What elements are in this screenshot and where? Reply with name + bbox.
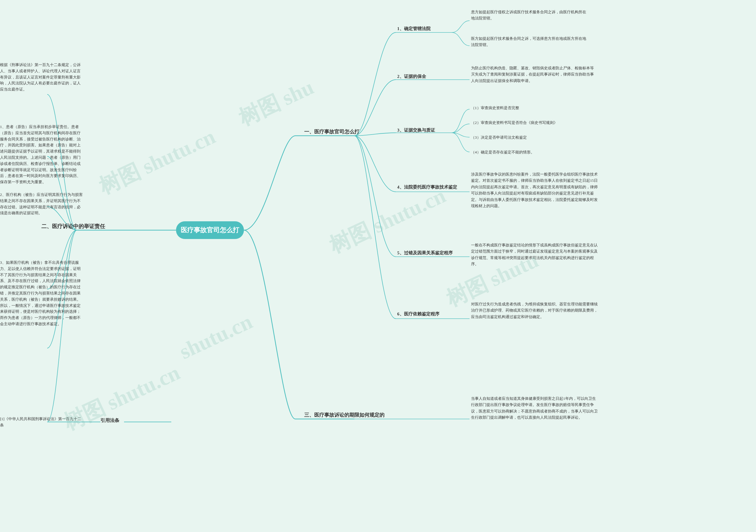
r1-2-label: 2、证据的保全 (397, 74, 426, 79)
r1-3-sub1: （1）审查病史资料是否完整 (471, 105, 583, 111)
mindmap-container: 医疗事故官司怎么打 二、医疗诉讼中的举证责任 根据《刑事诉讼法》第一百九十二条规… (0, 0, 756, 532)
center-label: 医疗事故官司怎么打 (181, 226, 239, 235)
right-branch-3-label: 三、医疗事故诉讼的期限如何规定的 (304, 412, 385, 418)
r1-4-label: 4、法院委托医疗事故技术鉴定 (397, 185, 457, 190)
left-reference-label: 引用法条 (100, 418, 119, 424)
left-item-3: 3、如果医疗机构（被告）拿不出具有合理说服力、足以使人信赖并符合法定要求的证据，… (0, 260, 84, 327)
r1-3-sub3: （3）决定是否申请司法文检鉴定 (471, 134, 583, 140)
watermark-layer: 树图 shutu.cn 树图 shu 树图 shutu.cn shutu.cn … (0, 0, 756, 532)
watermark-4: shutu.cn (176, 309, 256, 364)
r1-6-label: 6、医疗依赖鉴定程序 (397, 311, 440, 317)
left-branch-label: 二、医疗诉讼中的举证责任 (41, 223, 105, 229)
watermark-1: 树图 shutu.cn (94, 122, 220, 201)
center-node: 医疗事故官司怎么打 (176, 221, 244, 239)
r1-4-text: 涉及医疗事故争议的医患纠纷案件，法院一般委托医学会组织医疗事故技术鉴定。对首次鉴… (471, 171, 598, 209)
r1-6-text: 对医疗过失行为造成患者伤残，为维持或恢复组织、器官生理功能需要继续治疗并已形成护… (471, 301, 598, 320)
left-main-branch: 二、医疗诉讼中的举证责任 (41, 223, 124, 230)
left-item-2: 2、医疗机构（被告）应当证明其医疗行为与损害结果之间不存在因果关系，并证明其医疗… (0, 192, 84, 216)
left-reference-item: [1]《中华人民共和国刑事诉讼法》第一百九十二条 (0, 416, 84, 428)
r1-1-text2: 医方如提起医疗技术服务合同之诉，可选择患方所在地或医方所在地法院管辖。 (471, 36, 589, 48)
r1-3-label: 3、证据交换与质证 (397, 127, 435, 133)
connection-lines (0, 0, 756, 532)
r1-5-text: 一般在不构成医疗事故鉴定结论的情形下或虽构成医疗事故但鉴定意见在认定过错范围方面… (471, 242, 598, 267)
watermark-3: 树图 shutu.cn (325, 182, 450, 260)
r1-1-text1: 患方如提起医疗侵权之诉或医疗技术服务合同之诉，由医疗机构所在地法院管辖。 (471, 9, 589, 21)
right-branch-3-text: 当事人自知道或者应当知道其身体健康受到损害之日起1年内，可以向卫生行政部门提出医… (471, 395, 598, 421)
r1-3-sub4: （4）确定是否存在鉴定不能的情形。 (471, 149, 583, 155)
left-item-1: 1、患者（原告）应当承担初步举证责任。患者（原告）应当首先证明其与医疗机构间存在… (0, 124, 84, 185)
r1-3-sub2: （2）审查病史资料书写是否符合《病史书写规则》 (471, 119, 583, 126)
right-branch-1-label: 一、医疗事故官司怎么打 (304, 128, 359, 135)
r1-1-label: 1、确定管辖法院 (397, 26, 431, 32)
r1-2-text: 为防止医疗机构伪造、隐匿、篡改、销毁病史或者防止尸体、检验标本等灭失或为了查阅和… (471, 65, 595, 84)
r1-5-label: 5、过错及因果关系鉴定程序 (397, 250, 453, 256)
watermark-2: 树图 shu (234, 73, 318, 132)
left-top-text: 根据《刑事诉讼法》第一百九十二条规定，公诉人、当事人或者辩护人、诉讼代理人对证人… (0, 62, 84, 93)
